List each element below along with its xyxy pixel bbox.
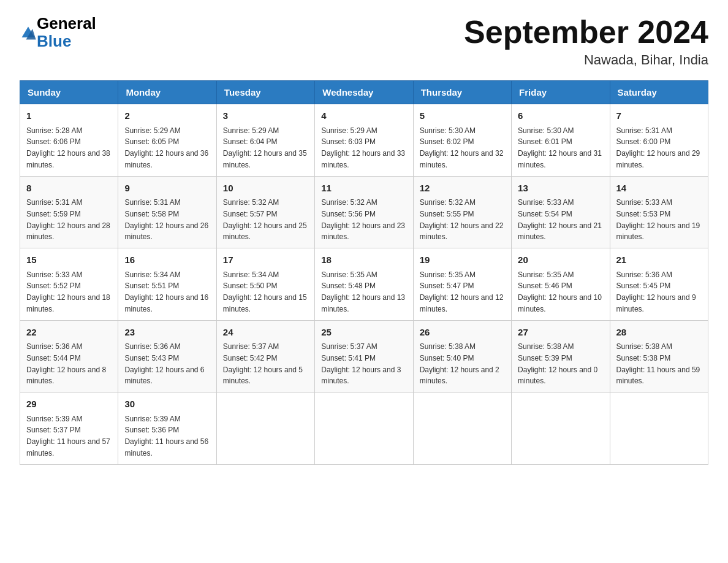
calendar-table: Sunday Monday Tuesday Wednesday Thursday… [20,80,708,465]
day-number: 18 [321,253,406,267]
day-number: 6 [518,109,603,123]
table-row: 19 Sunrise: 5:35 AMSunset: 5:47 PMDaylig… [413,248,511,321]
table-row [315,393,413,465]
logo-text: General Blue [37,15,96,50]
day-number: 9 [124,182,210,196]
day-info: Sunrise: 5:31 AMSunset: 5:59 PMDaylight:… [26,198,110,241]
day-number: 5 [420,109,505,123]
day-number: 23 [124,326,210,340]
table-row: 20 Sunrise: 5:35 AMSunset: 5:46 PMDaylig… [512,248,610,321]
table-row: 13 Sunrise: 5:33 AMSunset: 5:54 PMDaylig… [512,176,610,248]
day-number: 16 [124,253,210,267]
table-row: 23 Sunrise: 5:36 AMSunset: 5:43 PMDaylig… [118,320,216,393]
table-row [413,393,511,465]
day-info: Sunrise: 5:29 AMSunset: 6:05 PMDaylight:… [124,126,208,169]
col-wednesday: Wednesday [315,81,413,104]
day-info: Sunrise: 5:34 AMSunset: 5:51 PMDaylight:… [124,270,208,313]
calendar-week-row: 15 Sunrise: 5:33 AMSunset: 5:52 PMDaylig… [20,248,708,321]
day-info: Sunrise: 5:38 AMSunset: 5:39 PMDaylight:… [518,342,597,385]
table-row: 11 Sunrise: 5:32 AMSunset: 5:56 PMDaylig… [315,176,413,248]
table-row [512,393,610,465]
table-row: 24 Sunrise: 5:37 AMSunset: 5:42 PMDaylig… [216,320,314,393]
table-row: 28 Sunrise: 5:38 AMSunset: 5:38 PMDaylig… [610,320,708,393]
day-info: Sunrise: 5:35 AMSunset: 5:48 PMDaylight:… [321,270,405,313]
header: General Blue September 2024 Nawada, Biha… [20,15,708,68]
table-row: 6 Sunrise: 5:30 AMSunset: 6:01 PMDayligh… [512,104,610,177]
day-number: 15 [26,253,112,267]
day-info: Sunrise: 5:32 AMSunset: 5:55 PMDaylight:… [420,198,504,241]
day-number: 28 [616,326,702,340]
day-info: Sunrise: 5:30 AMSunset: 6:01 PMDaylight:… [518,126,602,169]
day-number: 4 [321,109,406,123]
day-number: 19 [420,253,505,267]
day-number: 30 [124,397,210,412]
table-row: 12 Sunrise: 5:32 AMSunset: 5:55 PMDaylig… [413,176,511,248]
day-number: 7 [616,109,702,123]
day-number: 27 [518,326,603,340]
table-row: 22 Sunrise: 5:36 AMSunset: 5:44 PMDaylig… [20,320,118,393]
day-number: 24 [223,326,308,340]
day-number: 2 [124,109,210,123]
day-info: Sunrise: 5:36 AMSunset: 5:44 PMDaylight:… [26,342,106,385]
table-row [216,393,314,465]
day-number: 26 [420,326,505,340]
table-row: 8 Sunrise: 5:31 AMSunset: 5:59 PMDayligh… [20,176,118,248]
day-info: Sunrise: 5:39 AMSunset: 5:36 PMDaylight:… [124,415,208,458]
logo-general-text: General [37,15,96,33]
day-info: Sunrise: 5:31 AMSunset: 5:58 PMDaylight:… [124,198,208,241]
day-info: Sunrise: 5:35 AMSunset: 5:46 PMDaylight:… [518,270,602,313]
day-info: Sunrise: 5:32 AMSunset: 5:56 PMDaylight:… [321,198,405,241]
day-info: Sunrise: 5:29 AMSunset: 6:04 PMDaylight:… [223,126,307,169]
table-row: 21 Sunrise: 5:36 AMSunset: 5:45 PMDaylig… [610,248,708,321]
calendar-week-row: 1 Sunrise: 5:28 AMSunset: 6:06 PMDayligh… [20,104,708,177]
day-number: 21 [616,253,702,267]
day-number: 17 [223,253,308,267]
day-number: 22 [26,326,112,340]
table-row: 29 Sunrise: 5:39 AMSunset: 5:37 PMDaylig… [20,393,118,465]
table-row: 5 Sunrise: 5:30 AMSunset: 6:02 PMDayligh… [413,104,511,177]
day-info: Sunrise: 5:33 AMSunset: 5:52 PMDaylight:… [26,270,110,313]
location-text: Nawada, Bihar, India [464,52,708,68]
table-row: 14 Sunrise: 5:33 AMSunset: 5:53 PMDaylig… [610,176,708,248]
calendar-week-row: 8 Sunrise: 5:31 AMSunset: 5:59 PMDayligh… [20,176,708,248]
table-row: 2 Sunrise: 5:29 AMSunset: 6:05 PMDayligh… [118,104,216,177]
day-number: 29 [26,397,112,412]
col-monday: Monday [118,81,216,104]
calendar-header-row: Sunday Monday Tuesday Wednesday Thursday… [20,81,708,104]
day-info: Sunrise: 5:33 AMSunset: 5:53 PMDaylight:… [616,198,700,241]
col-friday: Friday [512,81,610,104]
calendar-week-row: 29 Sunrise: 5:39 AMSunset: 5:37 PMDaylig… [20,393,708,465]
table-row: 1 Sunrise: 5:28 AMSunset: 6:06 PMDayligh… [20,104,118,177]
day-number: 14 [616,182,702,196]
table-row: 15 Sunrise: 5:33 AMSunset: 5:52 PMDaylig… [20,248,118,321]
day-info: Sunrise: 5:31 AMSunset: 6:00 PMDaylight:… [616,126,700,169]
table-row: 10 Sunrise: 5:32 AMSunset: 5:57 PMDaylig… [216,176,314,248]
day-info: Sunrise: 5:38 AMSunset: 5:40 PMDaylight:… [420,342,499,385]
day-info: Sunrise: 5:33 AMSunset: 5:54 PMDaylight:… [518,198,602,241]
calendar-body: 1 Sunrise: 5:28 AMSunset: 6:06 PMDayligh… [20,104,708,465]
table-row [610,393,708,465]
table-row: 17 Sunrise: 5:34 AMSunset: 5:50 PMDaylig… [216,248,314,321]
table-row: 30 Sunrise: 5:39 AMSunset: 5:36 PMDaylig… [118,393,216,465]
day-number: 20 [518,253,603,267]
logo: General Blue [20,15,96,50]
day-info: Sunrise: 5:38 AMSunset: 5:38 PMDaylight:… [616,342,700,385]
col-tuesday: Tuesday [216,81,314,104]
table-row: 27 Sunrise: 5:38 AMSunset: 5:39 PMDaylig… [512,320,610,393]
day-info: Sunrise: 5:37 AMSunset: 5:42 PMDaylight:… [223,342,303,385]
logo-blue-text: Blue [37,33,96,50]
day-number: 13 [518,182,603,196]
day-number: 10 [223,182,308,196]
day-number: 1 [26,109,112,123]
table-row: 4 Sunrise: 5:29 AMSunset: 6:03 PMDayligh… [315,104,413,177]
month-title: September 2024 [464,15,708,50]
table-row: 25 Sunrise: 5:37 AMSunset: 5:41 PMDaylig… [315,320,413,393]
day-info: Sunrise: 5:32 AMSunset: 5:57 PMDaylight:… [223,198,307,241]
day-number: 25 [321,326,406,340]
table-row: 18 Sunrise: 5:35 AMSunset: 5:48 PMDaylig… [315,248,413,321]
day-info: Sunrise: 5:34 AMSunset: 5:50 PMDaylight:… [223,270,307,313]
day-number: 8 [26,182,112,196]
table-row: 16 Sunrise: 5:34 AMSunset: 5:51 PMDaylig… [118,248,216,321]
day-number: 3 [223,109,308,123]
day-info: Sunrise: 5:29 AMSunset: 6:03 PMDaylight:… [321,126,405,169]
